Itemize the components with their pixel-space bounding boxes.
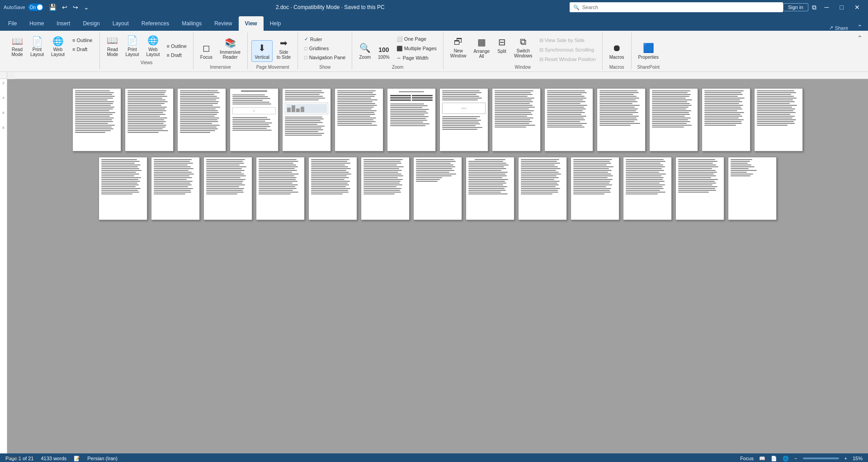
page-line: [652, 119, 688, 120]
page-thumb-24[interactable]: [571, 157, 619, 220]
page-thumb-3[interactable]: [177, 88, 226, 151]
draft-button[interactable]: ≡ Draft: [70, 45, 95, 53]
navigation-pane-checkbox[interactable]: Navigation Pane: [302, 53, 348, 61]
page-thumb-4[interactable]: □: [230, 88, 278, 151]
tab-mailings[interactable]: Mailings: [175, 16, 208, 31]
signin-button[interactable]: Sign in: [783, 3, 808, 11]
autosave-toggle[interactable]: On: [28, 4, 43, 11]
zoom-100-button[interactable]: 100 100%: [375, 44, 393, 62]
page-thumb-23[interactable]: [518, 157, 567, 220]
multiple-pages-button[interactable]: ⬛ Multiple Pages: [394, 44, 439, 53]
outline-btn[interactable]: ≡ Outline: [164, 42, 189, 50]
zoom-button[interactable]: 🔍 Zoom: [356, 40, 374, 62]
focus-button[interactable]: ◻ Focus: [197, 40, 216, 62]
ribbon-expand-icon[interactable]: ⌃: [855, 33, 864, 43]
outline-button[interactable]: ≡ Outline: [70, 36, 95, 44]
web-layout-button[interactable]: 🌐 WebLayout: [48, 34, 68, 59]
reset-window-position-button[interactable]: ⊟ Reset Window Position: [537, 55, 599, 64]
page-line: [180, 125, 220, 126]
gridlines-checkbox[interactable]: Gridlines: [302, 44, 348, 52]
ruler-checkbox[interactable]: Ruler: [302, 35, 348, 43]
switch-windows-button[interactable]: ⧉ SwitchWindows: [511, 34, 536, 61]
split-button[interactable]: ⊟ Split: [494, 34, 510, 56]
page-thumb-6[interactable]: [335, 88, 383, 151]
page-line: [678, 166, 718, 167]
close-button[interactable]: ✕: [850, 0, 864, 14]
page-thumb-27[interactable]: [728, 157, 777, 220]
tab-view[interactable]: View: [239, 16, 264, 31]
page-thumb-7[interactable]: [387, 88, 436, 151]
page-thumb-11[interactable]: [597, 88, 646, 151]
read-mode-btn[interactable]: 📖 ReadMode: [104, 33, 121, 59]
page-line: [75, 132, 105, 133]
web-layout-view-icon[interactable]: 🌐: [783, 456, 789, 462]
focus-button[interactable]: Focus: [740, 456, 754, 461]
ribbon-collapse-icon[interactable]: ⌃: [854, 24, 866, 31]
zoom-slider[interactable]: [803, 457, 839, 459]
redo-icon[interactable]: ↪: [71, 2, 80, 13]
document-check-icon[interactable]: 📝: [74, 456, 80, 462]
arrange-all-button[interactable]: ▦ ArrangeAll: [470, 34, 493, 61]
tab-insert[interactable]: Insert: [50, 16, 76, 31]
read-mode-button[interactable]: 📖 ReadMode: [8, 34, 26, 59]
save-icon[interactable]: 💾: [47, 2, 58, 13]
page-thumb-1[interactable]: [72, 88, 121, 151]
tab-help[interactable]: Help: [264, 16, 288, 31]
page-thumb-10[interactable]: [544, 88, 593, 151]
maximize-button[interactable]: □: [835, 0, 848, 14]
page-thumb-5[interactable]: [282, 88, 331, 151]
page-thumb-2[interactable]: [125, 88, 174, 151]
page-thumb-15[interactable]: [99, 157, 147, 220]
properties-button[interactable]: 🟦 Properties: [635, 40, 662, 62]
tab-home[interactable]: Home: [23, 16, 50, 31]
page-line: [704, 123, 742, 124]
page-line: [626, 159, 664, 160]
page-thumb-9[interactable]: [492, 88, 541, 151]
print-layout-btn[interactable]: 📄 PrintLayout: [122, 33, 142, 59]
view-side-by-side-button[interactable]: ⊟ View Side by Side: [537, 36, 599, 45]
web-layout-btn[interactable]: 🌐 WebLayout: [143, 33, 163, 59]
page-thumb-21[interactable]: [413, 157, 462, 220]
vertical-button[interactable]: ⬇ Vertical: [251, 40, 273, 62]
page-thumb-25[interactable]: [623, 157, 672, 220]
minimize-button[interactable]: ─: [820, 0, 834, 14]
page-thumb-20[interactable]: [361, 157, 410, 220]
zoom-in-icon[interactable]: +: [844, 456, 847, 461]
one-page-button[interactable]: ⬜ One Page: [394, 35, 439, 43]
print-layout-button[interactable]: 📄 PrintLayout: [27, 34, 47, 59]
share-button[interactable]: ↗ Share: [824, 25, 854, 31]
zoom-out-icon[interactable]: −: [794, 456, 797, 461]
page-width-button[interactable]: ↔ Page Width: [394, 54, 439, 62]
print-layout-view-icon[interactable]: 📄: [771, 456, 777, 462]
new-window-button[interactable]: 🗗 NewWindow: [447, 34, 470, 61]
page-thumb-22[interactable]: [466, 157, 514, 220]
more-qs-icon[interactable]: ⌄: [82, 2, 91, 13]
tab-layout[interactable]: Layout: [106, 16, 135, 31]
undo-icon[interactable]: ↩: [60, 2, 69, 13]
search-box[interactable]: 🔍 Search: [570, 2, 783, 12]
page-thumb-18[interactable]: [256, 157, 305, 220]
page-thumb-13[interactable]: [702, 88, 750, 151]
synchronous-scrolling-button[interactable]: ⊟ Synchronous Scrolling: [537, 46, 599, 54]
page-thumb-12[interactable]: [649, 88, 698, 151]
page-thumb-26[interactable]: [675, 157, 724, 220]
page-line: [232, 121, 265, 122]
page-thumb-8[interactable]: ≈≈≈: [439, 88, 488, 151]
tab-references[interactable]: References: [135, 16, 175, 31]
tab-design[interactable]: Design: [76, 16, 106, 31]
zoom-level[interactable]: 15%: [853, 456, 863, 461]
page-thumb-19[interactable]: [308, 157, 357, 220]
side-to-side-button[interactable]: ➡ Sideto Side: [274, 35, 294, 62]
display-settings-icon[interactable]: ⧉: [810, 2, 818, 13]
page-thumb-14[interactable]: [754, 88, 803, 151]
read-mode-view-icon[interactable]: 📖: [759, 456, 765, 462]
page-line: [390, 107, 422, 108]
tab-file[interactable]: File: [2, 16, 23, 31]
document-area[interactable]: □: [7, 79, 868, 453]
page-thumb-17[interactable]: [203, 157, 252, 220]
macros-button[interactable]: ⏺ Macros: [606, 41, 627, 62]
draft-btn[interactable]: ≡ Draft: [164, 51, 189, 59]
page-thumb-16[interactable]: [151, 157, 200, 220]
tab-review[interactable]: Review: [208, 16, 238, 31]
immersive-reader-button[interactable]: 📚 ImmersiveReader: [217, 35, 244, 62]
